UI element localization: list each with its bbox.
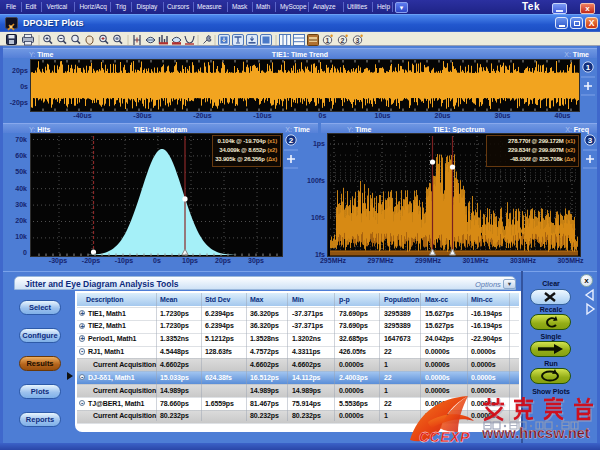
svg-text:2: 2: [341, 36, 345, 43]
svg-text:www.hncsw.net: www.hncsw.net: [482, 425, 590, 441]
svg-text:1: 1: [326, 36, 330, 43]
svg-text:3: 3: [588, 136, 593, 145]
svg-text:2: 2: [289, 136, 294, 145]
svg-text:1: 1: [586, 63, 591, 72]
svg-text:3: 3: [356, 36, 360, 43]
